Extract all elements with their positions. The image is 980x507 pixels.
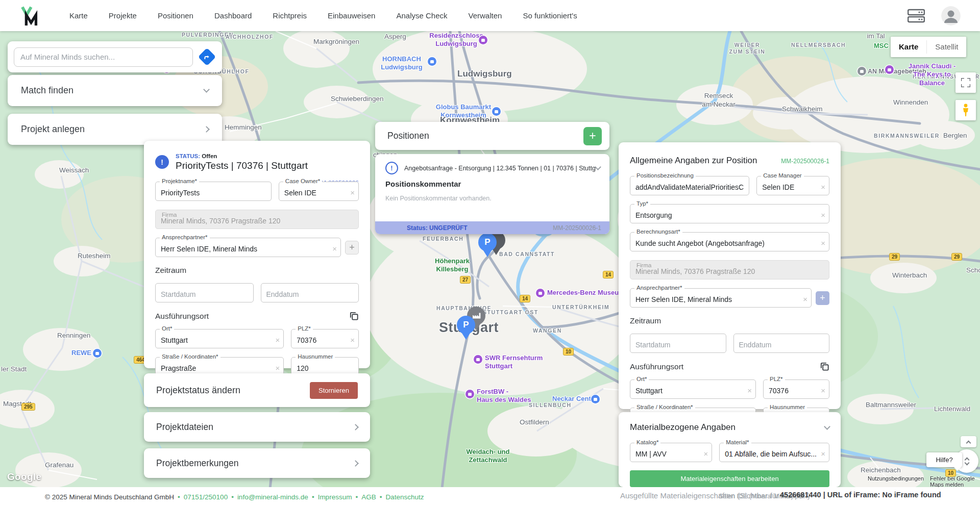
clear-icon[interactable]: ×: [275, 336, 280, 344]
case-owner-field[interactable]: Case Owner* Selen IDE ×: [279, 182, 359, 201]
startdatum-field[interactable]: Startdatum: [630, 334, 726, 353]
map-type-karte-button[interactable]: Karte: [891, 37, 926, 57]
poi-map-icon[interactable]: [474, 355, 482, 364]
enddatum-field[interactable]: Enddatum: [261, 283, 359, 302]
katalog-field[interactable]: Katalog* MM | AVV ×: [630, 443, 712, 462]
case-manager-field[interactable]: Case Manager Selen IDE ×: [756, 176, 829, 195]
clear-icon[interactable]: ×: [350, 336, 355, 344]
copy-icon[interactable]: [349, 311, 359, 321]
footer-separator: •: [312, 493, 314, 501]
ansprechpartner-field[interactable]: Ansprechpartner* Herr Selen IDE, Mineral…: [155, 238, 341, 257]
copy-icon[interactable]: [820, 362, 829, 371]
footer-link[interactable]: info@mineral-minds.de: [237, 493, 308, 501]
clear-icon[interactable]: ×: [332, 245, 337, 252]
chevron-down-icon[interactable]: [824, 423, 830, 430]
terms-link[interactable]: Nutzungsbedingungen: [868, 475, 924, 488]
navbar-right: [908, 6, 961, 26]
shop-map-icon[interactable]: [93, 349, 102, 358]
server-list-icon[interactable]: [908, 9, 925, 23]
poi-map-icon[interactable]: [465, 390, 474, 398]
clear-icon[interactable]: ×: [821, 211, 825, 219]
map-type-satellit-button[interactable]: Satellit: [927, 37, 966, 57]
typ-field[interactable]: Typ* Entsorgung ×: [630, 204, 829, 223]
nav-item-richtpreis[interactable]: Richtpreis: [273, 11, 307, 20]
gray-map-icon[interactable]: [857, 67, 866, 75]
shop-map-icon[interactable]: [492, 107, 501, 116]
poi-map-icon[interactable]: [885, 65, 894, 74]
stornieren-button[interactable]: Stornieren: [310, 382, 358, 399]
material-field[interactable]: Material* 01 Abfälle, die beim Aufsuc...…: [719, 443, 829, 462]
nav-item-dashboard[interactable]: Dashboard: [214, 11, 252, 20]
projektdateien-card[interactable]: Projektdateien: [144, 412, 370, 442]
clear-icon[interactable]: ×: [803, 295, 807, 303]
berechnungsart-field[interactable]: Berechnungsart* Kunde sucht Angebot (Ang…: [630, 232, 829, 251]
search-input[interactable]: [14, 47, 193, 67]
status-label: STATUS:: [176, 153, 200, 159]
footer-link[interactable]: Impressum: [318, 493, 352, 501]
help-tooltip[interactable]: Hilfe?: [926, 452, 962, 467]
zeitraum-heading: Zeitraum: [630, 316, 829, 325]
panel-collapse-button[interactable]: [961, 436, 976, 447]
nav-item-verwalten[interactable]: Verwalten: [469, 11, 502, 20]
nav-item-einbauweisen[interactable]: Einbauweisen: [328, 11, 375, 20]
field-label: Ort*: [634, 376, 649, 382]
shop-map-icon[interactable]: [428, 57, 436, 66]
map-label: AICHHOLZHOF: [226, 34, 274, 40]
match-finden-accordion[interactable]: Match finden: [8, 75, 222, 106]
chevron-down-icon[interactable]: [595, 164, 601, 170]
shop-map-icon[interactable]: [591, 395, 600, 403]
clear-icon[interactable]: ×: [821, 183, 825, 191]
clear-icon[interactable]: ×: [747, 387, 752, 394]
footer-link[interactable]: AGB: [361, 493, 376, 501]
enddatum-field[interactable]: Enddatum: [733, 334, 830, 353]
footer-link[interactable]: Datenschutz: [385, 493, 424, 501]
pegman-button[interactable]: [955, 100, 976, 120]
map-label: Winnenden: [893, 98, 928, 107]
clear-icon[interactable]: ×: [350, 189, 355, 196]
detail-code: MM-202500026-1: [781, 158, 829, 165]
directions-button[interactable]: [198, 48, 216, 66]
map-pin-p[interactable]: P: [456, 316, 476, 340]
poi-map-icon[interactable]: [536, 289, 545, 297]
ort-field[interactable]: Ort* Stuttgart ×: [155, 329, 284, 348]
footer-separator: •: [178, 493, 180, 501]
material-edit-button[interactable]: Materialeigenschaften bearbeiten: [630, 470, 829, 487]
road-badge: 29: [951, 253, 962, 261]
report-error-link[interactable]: Fehler bei Google Maps melden: [930, 475, 980, 488]
clear-icon[interactable]: ×: [821, 239, 825, 247]
ort-field[interactable]: Ort* Stuttgart ×: [630, 379, 756, 399]
map-label: Weissach: [59, 166, 89, 175]
nav-item-projekte[interactable]: Projekte: [109, 11, 137, 20]
projektbemerkungen-card[interactable]: Projektbemerkungen: [144, 448, 370, 478]
positionsbezeichnung-field[interactable]: Positionsbezeichnung addAndValidateMater…: [630, 176, 749, 195]
footer-link[interactable]: 07151/250100: [184, 493, 228, 501]
poi-map-icon[interactable]: [479, 36, 487, 44]
startdatum-field[interactable]: Startdatum: [155, 283, 254, 302]
map-label: Ostfildern: [520, 418, 549, 427]
plz-field[interactable]: PLZ* 70376 ×: [763, 379, 829, 399]
add-contact-button[interactable]: +: [345, 241, 359, 255]
clear-icon[interactable]: ×: [703, 450, 708, 458]
clear-icon[interactable]: ×: [821, 450, 825, 458]
plz-field[interactable]: PLZ* 70376 ×: [291, 329, 359, 348]
road-badge: 29: [889, 253, 900, 261]
add-contact-button[interactable]: +: [816, 291, 829, 305]
map-pin-p[interactable]: P: [478, 233, 497, 257]
nav-item-karte[interactable]: Karte: [69, 11, 88, 20]
map-type-control: Karte Satellit: [891, 37, 966, 57]
clear-icon[interactable]: ×: [275, 364, 280, 372]
nav-item-so-funktioniert-s[interactable]: So funktioniert's: [523, 11, 577, 20]
projektbemerkungen-title: Projektbemerkungen: [156, 458, 238, 469]
nav-item-positionen[interactable]: Positionen: [158, 11, 193, 20]
nav-item-analyse-check[interactable]: Analyse Check: [396, 11, 447, 20]
mineral-minds-logo[interactable]: [19, 4, 41, 28]
projekt-anlegen-accordion[interactable]: Projekt anlegen: [8, 114, 222, 145]
ansprechpartner-field[interactable]: Ansprechpartner* Herr Selen IDE, Mineral…: [630, 288, 812, 308]
projektname-field[interactable]: Projektname* PriorityTests: [155, 182, 272, 201]
clear-icon[interactable]: ×: [821, 387, 825, 394]
user-avatar[interactable]: [941, 6, 961, 26]
fullscreen-button[interactable]: [955, 72, 976, 93]
ausfuehrungsort-heading: Ausführungsort: [630, 362, 683, 371]
position-item-card[interactable]: ! Angebotsanfrage - Entsorgung | 12.345 …: [375, 154, 609, 234]
add-position-button[interactable]: +: [583, 127, 602, 145]
